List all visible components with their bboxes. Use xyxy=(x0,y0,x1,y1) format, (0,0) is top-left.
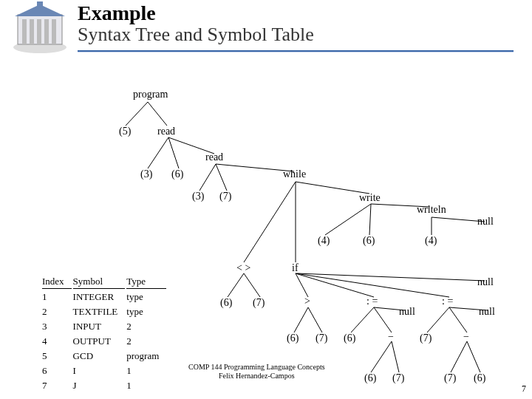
slide-footer: COMP 144 Programming Language Concepts F… xyxy=(188,363,325,381)
node-7d: (7) xyxy=(420,332,432,344)
node-3b: (3) xyxy=(192,191,204,202)
node-7c: (7) xyxy=(316,332,327,344)
col-type: Type xyxy=(126,275,166,289)
unc-well-logo xyxy=(7,1,72,55)
table-header-row: Index Symbol Type xyxy=(42,275,166,289)
svg-line-32 xyxy=(351,307,374,332)
node-4a: (4) xyxy=(318,235,330,247)
svg-line-25 xyxy=(244,273,260,297)
node-minus1: − xyxy=(388,331,394,343)
table-row: 7J1 xyxy=(42,379,166,392)
node-if: if xyxy=(292,262,299,274)
node-5: (5) xyxy=(119,126,131,137)
svg-rect-2 xyxy=(22,19,27,44)
node-7a: (7) xyxy=(219,191,231,202)
svg-rect-4 xyxy=(37,19,41,44)
svg-line-39 xyxy=(392,341,399,372)
svg-line-19 xyxy=(325,204,371,235)
svg-rect-6 xyxy=(52,19,56,44)
node-6g: (6) xyxy=(474,372,485,384)
node-neq: < > xyxy=(236,262,250,274)
svg-line-38 xyxy=(371,341,392,372)
svg-line-29 xyxy=(297,273,485,281)
col-symbol: Symbol xyxy=(73,275,126,289)
node-null2: null xyxy=(477,276,494,288)
node-6e: (6) xyxy=(344,332,355,344)
svg-line-8 xyxy=(126,102,148,126)
symbol-table: Index Symbol Type 1INTEGERtype 2TEXTFILE… xyxy=(41,273,168,394)
node-assign2: : = xyxy=(442,296,453,307)
node-4b: (4) xyxy=(425,235,437,247)
node-write: write xyxy=(359,192,381,204)
svg-line-31 xyxy=(308,307,322,332)
svg-line-35 xyxy=(427,307,449,332)
svg-rect-7 xyxy=(37,1,43,7)
svg-line-13 xyxy=(200,164,216,191)
svg-rect-5 xyxy=(44,19,49,44)
table-row: 5GCDprogram xyxy=(42,349,166,363)
col-index: Index xyxy=(42,275,72,289)
node-while: while xyxy=(283,168,306,180)
table-row: 3INPUT2 xyxy=(42,320,166,333)
node-writeln: writeln xyxy=(417,204,446,216)
node-3a: (3) xyxy=(140,168,152,180)
svg-line-28 xyxy=(296,273,449,297)
node-program: program xyxy=(133,89,168,100)
title-underline xyxy=(78,50,514,52)
svg-line-24 xyxy=(228,273,244,297)
node-6a: (6) xyxy=(171,168,183,180)
svg-line-20 xyxy=(369,204,371,235)
node-7b: (7) xyxy=(253,297,265,309)
svg-line-41 xyxy=(467,341,480,372)
slide-title: Example xyxy=(78,1,156,25)
svg-line-27 xyxy=(296,273,374,297)
table-row: 4OUTPUT2 xyxy=(42,335,166,348)
table-row: 2TEXTFILEtype xyxy=(42,305,166,318)
svg-rect-3 xyxy=(30,19,34,44)
node-6d: (6) xyxy=(287,332,299,344)
svg-line-40 xyxy=(451,341,467,372)
svg-line-26 xyxy=(296,273,308,297)
node-assign1: : = xyxy=(366,296,378,307)
svg-line-10 xyxy=(148,137,168,168)
node-read1: read xyxy=(157,126,175,137)
svg-line-33 xyxy=(374,307,392,332)
node-minus2: − xyxy=(463,331,469,343)
svg-line-30 xyxy=(294,307,308,332)
node-6b: (6) xyxy=(363,235,375,247)
node-null3: null xyxy=(399,306,415,318)
svg-line-11 xyxy=(168,137,179,168)
svg-line-36 xyxy=(449,307,467,332)
node-gt: > xyxy=(304,296,310,307)
svg-line-9 xyxy=(148,102,167,126)
table-row: 1INTEGERtype xyxy=(42,290,166,304)
svg-line-14 xyxy=(216,164,227,191)
node-null4: null xyxy=(479,306,495,318)
page-number: 7 xyxy=(522,383,526,395)
node-6c: (6) xyxy=(220,297,232,309)
node-7f: (7) xyxy=(444,372,456,384)
node-7e: (7) xyxy=(392,372,404,384)
node-null1: null xyxy=(477,216,494,228)
svg-line-18 xyxy=(296,182,369,194)
table-row: 6I1 xyxy=(42,364,166,378)
node-6f: (6) xyxy=(364,372,376,384)
slide-subtitle: Syntax Tree and Symbol Table xyxy=(78,24,314,46)
svg-line-16 xyxy=(244,182,296,262)
node-read2: read xyxy=(205,151,223,163)
